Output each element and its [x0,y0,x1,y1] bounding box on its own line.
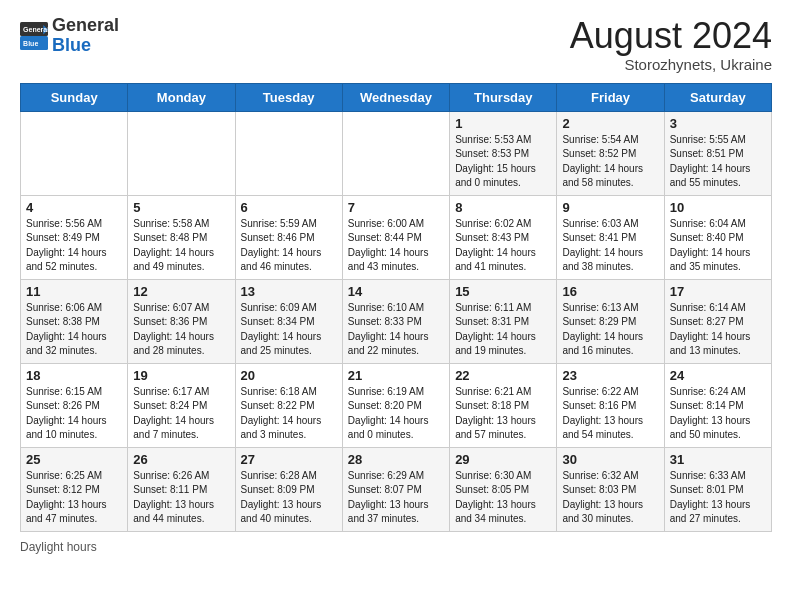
col-tuesday: Tuesday [235,83,342,111]
day-number: 11 [26,284,122,299]
day-number: 24 [670,368,766,383]
day-info: Sunrise: 6:18 AM Sunset: 8:22 PM Dayligh… [241,385,337,443]
calendar-header: Sunday Monday Tuesday Wednesday Thursday… [21,83,772,111]
day-number: 18 [26,368,122,383]
day-info: Sunrise: 6:11 AM Sunset: 8:31 PM Dayligh… [455,301,551,359]
day-number: 15 [455,284,551,299]
day-number: 13 [241,284,337,299]
day-number: 2 [562,116,658,131]
day-number: 21 [348,368,444,383]
calendar-cell: 28Sunrise: 6:29 AM Sunset: 8:07 PM Dayli… [342,447,449,531]
calendar-cell: 11Sunrise: 6:06 AM Sunset: 8:38 PM Dayli… [21,279,128,363]
calendar-week-4: 18Sunrise: 6:15 AM Sunset: 8:26 PM Dayli… [21,363,772,447]
day-number: 14 [348,284,444,299]
calendar-cell: 29Sunrise: 6:30 AM Sunset: 8:05 PM Dayli… [450,447,557,531]
logo: General Blue General Blue [20,16,119,56]
calendar-cell [21,111,128,195]
day-info: Sunrise: 6:28 AM Sunset: 8:09 PM Dayligh… [241,469,337,527]
day-number: 17 [670,284,766,299]
day-info: Sunrise: 6:22 AM Sunset: 8:16 PM Dayligh… [562,385,658,443]
col-thursday: Thursday [450,83,557,111]
calendar-cell: 9Sunrise: 6:03 AM Sunset: 8:41 PM Daylig… [557,195,664,279]
calendar-cell: 5Sunrise: 5:58 AM Sunset: 8:48 PM Daylig… [128,195,235,279]
svg-text:Blue: Blue [23,40,38,47]
day-info: Sunrise: 6:03 AM Sunset: 8:41 PM Dayligh… [562,217,658,275]
col-sunday: Sunday [21,83,128,111]
day-info: Sunrise: 6:07 AM Sunset: 8:36 PM Dayligh… [133,301,229,359]
calendar-cell: 16Sunrise: 6:13 AM Sunset: 8:29 PM Dayli… [557,279,664,363]
day-number: 10 [670,200,766,215]
day-info: Sunrise: 6:30 AM Sunset: 8:05 PM Dayligh… [455,469,551,527]
footer: Daylight hours [20,540,772,554]
day-info: Sunrise: 6:33 AM Sunset: 8:01 PM Dayligh… [670,469,766,527]
day-info: Sunrise: 6:21 AM Sunset: 8:18 PM Dayligh… [455,385,551,443]
day-info: Sunrise: 5:54 AM Sunset: 8:52 PM Dayligh… [562,133,658,191]
day-info: Sunrise: 5:59 AM Sunset: 8:46 PM Dayligh… [241,217,337,275]
col-wednesday: Wednesday [342,83,449,111]
day-number: 3 [670,116,766,131]
day-info: Sunrise: 6:10 AM Sunset: 8:33 PM Dayligh… [348,301,444,359]
day-number: 8 [455,200,551,215]
calendar-cell: 6Sunrise: 5:59 AM Sunset: 8:46 PM Daylig… [235,195,342,279]
day-number: 27 [241,452,337,467]
month-year-title: August 2024 [570,16,772,56]
day-info: Sunrise: 6:26 AM Sunset: 8:11 PM Dayligh… [133,469,229,527]
day-info: Sunrise: 6:04 AM Sunset: 8:40 PM Dayligh… [670,217,766,275]
day-info: Sunrise: 6:13 AM Sunset: 8:29 PM Dayligh… [562,301,658,359]
location-subtitle: Storozhynets, Ukraine [570,56,772,73]
day-info: Sunrise: 6:09 AM Sunset: 8:34 PM Dayligh… [241,301,337,359]
calendar-cell [235,111,342,195]
day-number: 23 [562,368,658,383]
day-number: 7 [348,200,444,215]
header-row: Sunday Monday Tuesday Wednesday Thursday… [21,83,772,111]
calendar-cell: 7Sunrise: 6:00 AM Sunset: 8:44 PM Daylig… [342,195,449,279]
calendar-cell: 14Sunrise: 6:10 AM Sunset: 8:33 PM Dayli… [342,279,449,363]
calendar-cell: 8Sunrise: 6:02 AM Sunset: 8:43 PM Daylig… [450,195,557,279]
day-info: Sunrise: 5:55 AM Sunset: 8:51 PM Dayligh… [670,133,766,191]
calendar-cell: 2Sunrise: 5:54 AM Sunset: 8:52 PM Daylig… [557,111,664,195]
day-info: Sunrise: 6:24 AM Sunset: 8:14 PM Dayligh… [670,385,766,443]
day-info: Sunrise: 6:00 AM Sunset: 8:44 PM Dayligh… [348,217,444,275]
calendar-cell: 18Sunrise: 6:15 AM Sunset: 8:26 PM Dayli… [21,363,128,447]
calendar-cell: 13Sunrise: 6:09 AM Sunset: 8:34 PM Dayli… [235,279,342,363]
day-info: Sunrise: 6:32 AM Sunset: 8:03 PM Dayligh… [562,469,658,527]
day-number: 22 [455,368,551,383]
calendar-cell: 26Sunrise: 6:26 AM Sunset: 8:11 PM Dayli… [128,447,235,531]
daylight-hours-label: Daylight hours [20,540,97,554]
calendar-cell [342,111,449,195]
col-friday: Friday [557,83,664,111]
calendar-body: 1Sunrise: 5:53 AM Sunset: 8:53 PM Daylig… [21,111,772,531]
day-number: 26 [133,452,229,467]
calendar-cell: 4Sunrise: 5:56 AM Sunset: 8:49 PM Daylig… [21,195,128,279]
day-number: 20 [241,368,337,383]
calendar-cell: 1Sunrise: 5:53 AM Sunset: 8:53 PM Daylig… [450,111,557,195]
day-info: Sunrise: 6:25 AM Sunset: 8:12 PM Dayligh… [26,469,122,527]
calendar-cell: 3Sunrise: 5:55 AM Sunset: 8:51 PM Daylig… [664,111,771,195]
calendar-cell: 22Sunrise: 6:21 AM Sunset: 8:18 PM Dayli… [450,363,557,447]
calendar-week-5: 25Sunrise: 6:25 AM Sunset: 8:12 PM Dayli… [21,447,772,531]
day-number: 29 [455,452,551,467]
calendar-week-3: 11Sunrise: 6:06 AM Sunset: 8:38 PM Dayli… [21,279,772,363]
calendar-cell: 17Sunrise: 6:14 AM Sunset: 8:27 PM Dayli… [664,279,771,363]
calendar-week-2: 4Sunrise: 5:56 AM Sunset: 8:49 PM Daylig… [21,195,772,279]
day-info: Sunrise: 6:29 AM Sunset: 8:07 PM Dayligh… [348,469,444,527]
day-info: Sunrise: 6:14 AM Sunset: 8:27 PM Dayligh… [670,301,766,359]
day-number: 1 [455,116,551,131]
day-number: 12 [133,284,229,299]
day-info: Sunrise: 5:58 AM Sunset: 8:48 PM Dayligh… [133,217,229,275]
calendar-cell: 31Sunrise: 6:33 AM Sunset: 8:01 PM Dayli… [664,447,771,531]
calendar-cell [128,111,235,195]
day-info: Sunrise: 6:02 AM Sunset: 8:43 PM Dayligh… [455,217,551,275]
col-saturday: Saturday [664,83,771,111]
logo-text: General Blue [52,16,119,56]
calendar-cell: 20Sunrise: 6:18 AM Sunset: 8:22 PM Dayli… [235,363,342,447]
calendar-cell: 19Sunrise: 6:17 AM Sunset: 8:24 PM Dayli… [128,363,235,447]
day-number: 6 [241,200,337,215]
day-number: 25 [26,452,122,467]
calendar-week-1: 1Sunrise: 5:53 AM Sunset: 8:53 PM Daylig… [21,111,772,195]
col-monday: Monday [128,83,235,111]
calendar-cell: 30Sunrise: 6:32 AM Sunset: 8:03 PM Dayli… [557,447,664,531]
calendar-cell: 23Sunrise: 6:22 AM Sunset: 8:16 PM Dayli… [557,363,664,447]
calendar-cell: 15Sunrise: 6:11 AM Sunset: 8:31 PM Dayli… [450,279,557,363]
calendar-cell: 25Sunrise: 6:25 AM Sunset: 8:12 PM Dayli… [21,447,128,531]
